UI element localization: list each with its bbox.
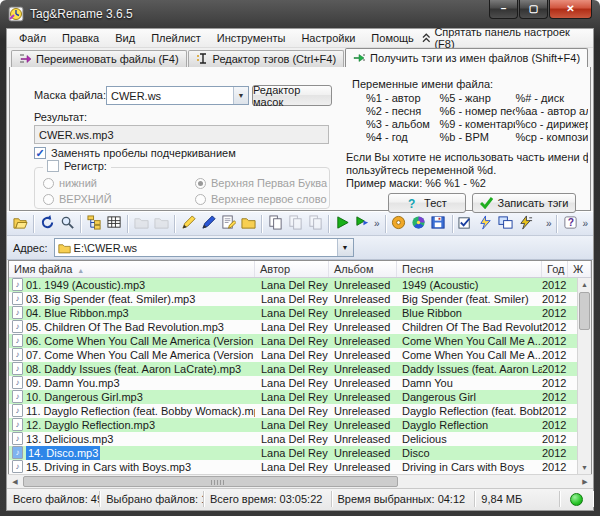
case-group-label: Регистр:	[64, 160, 107, 172]
table-row[interactable]: ♪14. Disco.mp3Lana Del ReyUnreleasedDisc…	[9, 446, 591, 460]
table-row[interactable]: ♪01. 1949 (Acoustic).mp3Lana Del ReyUnre…	[9, 278, 591, 292]
open-folder-button[interactable]	[10, 214, 30, 234]
menu-item-1[interactable]: Правка	[54, 30, 107, 46]
menu-item-4[interactable]: Инструменты	[209, 30, 294, 46]
copy-icon	[268, 215, 283, 232]
cell-year: 2012	[542, 278, 568, 292]
column-header-year[interactable]: Год	[542, 261, 568, 277]
cell-album: Unreleased	[329, 446, 397, 460]
write-tags-button[interactable]: Записать тэги	[472, 193, 576, 213]
vertical-scrollbar[interactable]: ▲ ▼	[577, 278, 591, 474]
help-button[interactable]: ?	[560, 214, 580, 234]
run-flag-button[interactable]	[352, 214, 372, 234]
cell-album: Unreleased	[329, 292, 397, 306]
cell-year: 2012	[542, 390, 568, 404]
radio-uppercase[interactable]: ВЕРХНИЙ	[43, 193, 112, 205]
menu-item-0[interactable]: Файл	[11, 30, 54, 46]
table-row[interactable]: ♪12. Dayglo Reflection.mp3Lana Del ReyUn…	[9, 418, 591, 432]
table-row[interactable]: ♪09. Damn You.mp3Lana Del ReyUnreleasedD…	[9, 376, 591, 390]
case-checkbox[interactable]: ✓	[47, 160, 59, 172]
edit-tag-button[interactable]	[218, 214, 238, 234]
column-header-song[interactable]: Песня	[397, 261, 542, 277]
radio-lowercase[interactable]: нижний	[43, 177, 97, 189]
table-row[interactable]: ♪07. Come When You Call Me America (Vers…	[9, 348, 591, 362]
test-button[interactable]: ? Тест	[388, 193, 466, 213]
cell-album: Unreleased	[329, 390, 397, 404]
quick-run-button[interactable]	[516, 214, 536, 234]
search-button[interactable]	[57, 214, 77, 234]
address-combobox[interactable]: E:\CWER.ws ▼	[54, 238, 354, 257]
bolt-blue-icon	[478, 215, 493, 232]
column-header-filename[interactable]: Имя файла▲	[9, 261, 255, 277]
svg-text:?: ?	[568, 217, 574, 228]
hide-settings-panel-button[interactable]: Спрятать панель настроек (F8)	[422, 26, 593, 50]
chevron-down-icon[interactable]: ▼	[233, 87, 248, 104]
cell-album: Unreleased	[329, 460, 397, 474]
folder-tree-button[interactable]	[84, 214, 104, 234]
cell-artist: Lana Del Rey	[255, 278, 329, 292]
table-row[interactable]: ♪06. Come When You Call Me America (Vers…	[9, 334, 591, 348]
cell-song: Come When You Call Me A...	[397, 334, 542, 348]
menu-item-6[interactable]: Помощь	[363, 30, 422, 46]
mask-combobox[interactable]: CWER.ws ▼	[106, 86, 249, 105]
horizontal-scrollbar[interactable]: ◀ ▶	[8, 474, 592, 488]
cell-artist: Lana Del Rey	[255, 292, 329, 306]
table-row[interactable]: ♪03. Big Spender (feat. Smiler).mp3Lana …	[9, 292, 591, 306]
hscroll-thumb[interactable]	[23, 476, 398, 487]
run-button[interactable]	[332, 214, 352, 234]
minimize-button[interactable]: –	[489, 0, 518, 19]
chevron-down-icon[interactable]: ▼	[337, 239, 353, 256]
rename-pen-button[interactable]	[178, 214, 198, 234]
result-label: Результат:	[34, 111, 87, 123]
column-header-album[interactable]: Альбом	[329, 261, 397, 277]
column-header-artist[interactable]: Автор	[255, 261, 329, 277]
radio-title-case[interactable]: Верхняя Первая Буква	[195, 177, 327, 189]
radio-first-word[interactable]: Верхнее первое слово	[195, 193, 327, 205]
disc-colors-button[interactable]	[409, 214, 429, 234]
table-row[interactable]: ♪05. Children Of The Bad Revolution.mp3L…	[9, 320, 591, 334]
check-tags-button[interactable]	[456, 214, 476, 234]
tab-1[interactable]: Редактор тэгов (Ctrl+F4)	[188, 50, 345, 67]
replace-spaces-checkbox[interactable]: ✓ Заменять пробелы подчеркиванием	[34, 147, 236, 159]
title-bar[interactable]: Tag&Rename 3.6.5 – ▢ ✕	[0, 0, 600, 28]
maximize-button[interactable]: ▢	[519, 0, 548, 19]
grid-view-button[interactable]	[104, 214, 124, 234]
mask-editor-button[interactable]: Редактор масок	[252, 85, 332, 106]
table-row[interactable]: ♪10. Dangerous Girl.mp3Lana Del ReyUnrel…	[9, 390, 591, 404]
copy-button[interactable]	[265, 214, 285, 234]
cd-button[interactable]	[389, 214, 409, 234]
save-grid-button[interactable]	[429, 214, 449, 234]
tab-0[interactable]: Переименовать файлы (F4)	[11, 50, 187, 67]
overflow-chevron3[interactable]: »	[580, 218, 590, 229]
tab-2[interactable]: Получить тэги из имен файлов (Shift+F4)	[345, 48, 588, 67]
edit-pen-button[interactable]	[198, 214, 218, 234]
scroll-down-icon[interactable]: ▼	[578, 461, 591, 474]
column-header-genre-partial[interactable]: Ж	[568, 261, 591, 277]
cell-artist: Lana Del Rey	[255, 320, 329, 334]
copy-windows-button[interactable]	[496, 214, 516, 234]
scroll-left-icon[interactable]: ◀	[8, 475, 22, 488]
quick-fix-button[interactable]	[476, 214, 496, 234]
copy-icon	[308, 215, 323, 232]
table-row[interactable]: ♪08. Daddy Issues (feat. Aaron LaCrate).…	[9, 362, 591, 376]
file-list: Имя файла▲ Автор Альбом Песня Год Ж ♪01.…	[8, 260, 592, 474]
table-row[interactable]: ♪04. Blue Ribbon.mp3Lana Del ReyUnreleas…	[9, 306, 591, 320]
tab-label: Переименовать файлы (F4)	[36, 53, 179, 65]
mp3-file-icon: ♪	[12, 362, 23, 375]
scroll-right-icon[interactable]: ▶	[578, 475, 592, 488]
overflow-chevron2[interactable]: »	[544, 218, 554, 229]
table-row[interactable]: ♪11. Dayglo Reflection (feat. Bobby Woma…	[9, 404, 591, 418]
move-folder-button[interactable]	[238, 214, 258, 234]
menu-item-2[interactable]: Вид	[107, 30, 143, 46]
scroll-up-icon[interactable]: ▲	[578, 278, 591, 291]
table-row[interactable]: ♪15. Driving in Cars with Boys.mp3Lana D…	[9, 460, 591, 474]
menu-item-5[interactable]: Настройки	[293, 30, 363, 46]
mask-value: CWER.ws	[107, 90, 233, 102]
cell-song: 1949 (Acoustic)	[397, 278, 542, 292]
refresh-button[interactable]	[37, 214, 57, 234]
overflow-chevron1[interactable]: »	[372, 218, 382, 229]
close-button[interactable]: ✕	[549, 0, 592, 19]
menu-item-3[interactable]: Плейлист	[143, 30, 209, 46]
table-row[interactable]: ♪13. Delicious.mp3Lana Del ReyUnreleased…	[9, 432, 591, 446]
vscroll-thumb[interactable]	[579, 292, 590, 330]
